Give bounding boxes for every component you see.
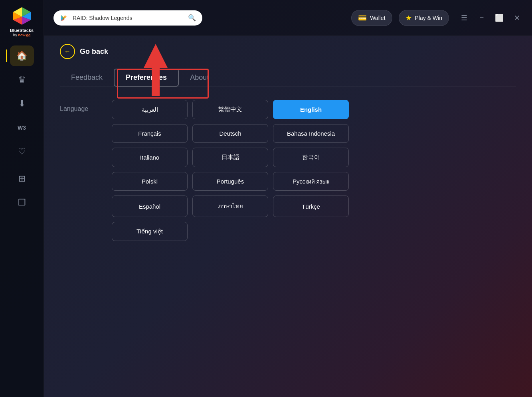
- crown-icon: ♛: [18, 75, 26, 85]
- w3-icon: W3: [18, 124, 26, 131]
- go-back-label: Go back: [80, 47, 108, 56]
- search-bar[interactable]: RAID: Shadow Legends 🔍: [53, 10, 202, 26]
- bluestacks-logo: [12, 6, 32, 26]
- go-back-button[interactable]: ← Go back: [60, 44, 108, 59]
- tab-about[interactable]: About: [179, 69, 220, 87]
- sidebar: BlueStacks by now.gg 🏠 ♛ ⬇ W3 ♡ ⊞ ❐: [0, 0, 44, 397]
- lang-btn-es[interactable]: Español: [112, 196, 188, 217]
- lang-btn-ja[interactable]: 日本語: [192, 148, 268, 167]
- app-name: BlueStacks by now.gg: [10, 28, 34, 38]
- lang-btn-pl[interactable]: Polski: [112, 172, 188, 191]
- lang-btn-en[interactable]: English: [273, 100, 349, 119]
- lang-btn-ko[interactable]: 한국어: [273, 148, 349, 167]
- sidebar-item-w3[interactable]: W3: [10, 117, 34, 138]
- lang-btn-vi[interactable]: Tiếng việt: [112, 222, 188, 241]
- copy-icon: ❐: [18, 198, 26, 208]
- menu-button[interactable]: ☰: [459, 12, 470, 24]
- sidebar-item-crown[interactable]: ♛: [10, 69, 34, 90]
- tabs-bar: Feedback Preferences About: [60, 69, 516, 87]
- lang-btn-id[interactable]: Bahasa Indonesia: [273, 124, 349, 143]
- wallet-button[interactable]: 💳 Wallet: [351, 10, 392, 26]
- logo-area: BlueStacks by now.gg: [0, 0, 44, 41]
- content-area: ← Go back Feedback Preferences About Lan…: [44, 36, 532, 397]
- lang-btn-tr[interactable]: Türkçe: [273, 196, 349, 217]
- lang-btn-it[interactable]: Italiano: [112, 148, 188, 167]
- wallet-icon: 💳: [358, 14, 367, 22]
- maximize-button[interactable]: ⬜: [494, 12, 505, 24]
- search-input-text: RAID: Shadow Legends: [73, 15, 184, 21]
- lang-btn-de[interactable]: Deutsch: [192, 124, 268, 143]
- sidebar-nav: 🏠 ♛ ⬇ W3 ♡ ⊞ ❐: [0, 45, 44, 221]
- lang-btn-fr[interactable]: Français: [112, 124, 188, 143]
- sidebar-item-download[interactable]: ⬇: [10, 93, 34, 114]
- window-controls: ☰ − ⬜ ✕: [459, 12, 522, 24]
- back-arrow-icon: ←: [64, 48, 71, 55]
- tab-feedback[interactable]: Feedback: [60, 69, 114, 87]
- lang-btn-zh-tw[interactable]: 繁體中文: [192, 100, 268, 119]
- search-icon: 🔍: [188, 14, 196, 22]
- play-win-button[interactable]: ★ Play & Win: [399, 10, 449, 26]
- topbar: RAID: Shadow Legends 🔍 💳 Wallet ★ Play &…: [44, 0, 532, 36]
- lang-btn-ar[interactable]: العربية: [112, 100, 188, 119]
- close-button[interactable]: ✕: [511, 12, 522, 24]
- tab-preferences[interactable]: Preferences: [114, 69, 179, 87]
- lang-btn-th[interactable]: ภาษาไทย: [192, 196, 268, 217]
- lang-btn-pt[interactable]: Português: [192, 172, 268, 191]
- back-circle: ←: [60, 44, 75, 59]
- minimize-button[interactable]: −: [476, 12, 487, 24]
- lang-btn-ru[interactable]: Русский язык: [273, 172, 349, 191]
- sidebar-item-heart[interactable]: ♡: [10, 141, 34, 162]
- main-area: RAID: Shadow Legends 🔍 💳 Wallet ★ Play &…: [44, 0, 532, 397]
- star-icon: ★: [405, 14, 412, 22]
- heart-icon: ♡: [18, 146, 26, 157]
- language-section: Language العربية繁體中文EnglishFrançaisDeuts…: [60, 100, 516, 241]
- sidebar-item-copy[interactable]: ❐: [10, 192, 34, 213]
- language-grid: العربية繁體中文EnglishFrançaisDeutschBahasa …: [112, 100, 349, 241]
- sidebar-item-layers[interactable]: ⊞: [10, 168, 34, 189]
- play-store-icon: [60, 14, 69, 22]
- sidebar-item-home[interactable]: 🏠: [10, 45, 34, 66]
- download-icon: ⬇: [18, 99, 26, 109]
- language-label: Language: [60, 100, 100, 113]
- home-icon: 🏠: [16, 51, 27, 61]
- layers-icon: ⊞: [18, 174, 26, 184]
